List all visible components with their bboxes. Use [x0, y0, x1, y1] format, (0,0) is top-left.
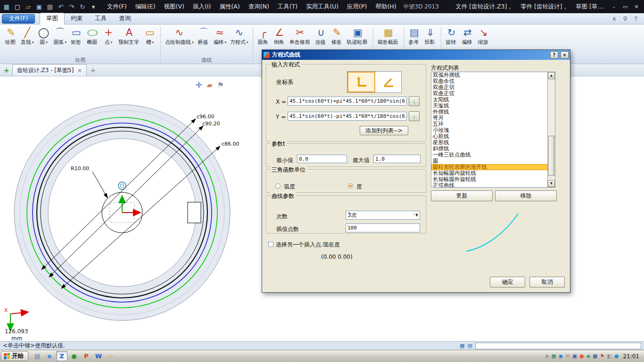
- equation-list-item[interactable]: 双曲余弦: [431, 78, 547, 84]
- add-tab-icon[interactable]: +: [91, 66, 96, 74]
- equation-button[interactable]: ∿ 方程式▾: [228, 26, 250, 46]
- curve-through-points-button[interactable]: ∿ 点绘制曲线▾: [163, 26, 196, 46]
- ellipse-button[interactable]: ◯ 椭圆: [84, 26, 100, 46]
- flag-tool-icon[interactable]: ⚑: [217, 81, 224, 90]
- open-file-icon[interactable]: ▱: [25, 3, 32, 10]
- zw3d-taskbar-icon[interactable]: Z: [56, 351, 67, 361]
- equation-list-item[interactable]: 星形线: [431, 140, 547, 146]
- insert-point-checkbox-label[interactable]: 选择另一个插入点.现在是: [276, 241, 340, 249]
- equation-list-item[interactable]: 天璇线: [431, 103, 547, 109]
- dialog-titlebar[interactable]: 方程式曲线 ? ×: [262, 50, 570, 60]
- add-document-icon[interactable]: +: [4, 66, 9, 74]
- cartesian-coord-button[interactable]: [347, 72, 375, 92]
- fillet-button[interactable]: ╭ 圆角: [256, 26, 272, 46]
- arc-button[interactable]: ⌒ 圆弧▾: [52, 26, 69, 46]
- tray-icon[interactable]: ◧: [607, 353, 611, 359]
- command-input[interactable]: [475, 343, 641, 349]
- redo-icon[interactable]: ↷: [68, 3, 75, 10]
- degree-dropdown[interactable]: 3次 ▼: [346, 211, 420, 220]
- ready-text-button[interactable]: A 预制文字: [116, 26, 142, 46]
- tray-icon[interactable]: ◉: [559, 353, 563, 359]
- file-menu-button[interactable]: 文件(F): [2, 14, 35, 24]
- rotate-button[interactable]: ↻ 旋转: [444, 26, 460, 46]
- search-icon[interactable]: ⚲: [623, 15, 628, 22]
- menu-view[interactable]: 视图(V): [160, 1, 189, 12]
- print-icon[interactable]: ▤: [46, 3, 54, 10]
- list-toggle-icon[interactable]: ▤: [468, 343, 472, 349]
- menu-insert[interactable]: 插入(I): [189, 1, 215, 12]
- tray-icon[interactable]: ●: [614, 353, 619, 359]
- menu-utilities[interactable]: 实用工具(U): [302, 1, 343, 12]
- restore-button[interactable]: ▭: [620, 3, 630, 10]
- dialog-close-button[interactable]: ×: [561, 51, 569, 58]
- new-file-icon[interactable]: ▢: [14, 3, 21, 10]
- equation-list-item[interactable]: 外摆线: [431, 109, 547, 115]
- scroll-down-icon[interactable]: ▼: [548, 180, 555, 187]
- save-icon[interactable]: ▣: [35, 3, 43, 10]
- equation-list-item[interactable]: 小玫瑰: [431, 127, 547, 133]
- close-tab-icon[interactable]: ×: [77, 67, 82, 74]
- x-equation-input[interactable]: [288, 97, 407, 106]
- close-button[interactable]: ✕: [632, 3, 641, 10]
- toolbar-options-icon[interactable]: ▾: [90, 3, 97, 10]
- tray-expand-icon[interactable]: ∧: [545, 353, 549, 359]
- point-button[interactable]: + 点▾: [100, 26, 116, 46]
- radian-radio-label[interactable]: 弧度: [284, 183, 295, 191]
- document-tab[interactable]: 齿轮设计.Z3 - [草图5] ×: [12, 64, 87, 76]
- grid-toggle-icon[interactable]: ▦: [460, 343, 464, 349]
- draw-button[interactable]: ✎ 绘图: [3, 26, 19, 46]
- x-equation-expand-button[interactable]: ↓: [409, 96, 420, 106]
- offset-curve-button[interactable]: ≈ 偏移▾: [212, 26, 229, 46]
- chamfer-button[interactable]: ∠ 倒角: [272, 26, 288, 46]
- menu-edit[interactable]: 编辑(E): [131, 1, 160, 12]
- tray-icon[interactable]: ■: [593, 353, 597, 359]
- tray-icon[interactable]: ▦: [551, 353, 556, 359]
- equation-list[interactable]: 双弧外摆线双曲余弦双曲正切双曲正弦太阳线天璇线外摆线弯月五环小玫瑰心脏线星形线斜…: [431, 72, 555, 188]
- reference-button[interactable]: ▤ 参考: [406, 26, 422, 46]
- equation-list-item[interactable]: 心脏线: [431, 133, 547, 140]
- y-equation-input[interactable]: [288, 112, 407, 121]
- browser-icon[interactable]: e: [44, 351, 55, 361]
- equation-list-item[interactable]: 斜摆线: [431, 146, 547, 152]
- trim-button[interactable]: ✂ 单击修剪: [288, 26, 313, 46]
- equation-list-item[interactable]: 太阳线: [431, 97, 547, 103]
- equation-list-item[interactable]: 五环: [431, 121, 547, 127]
- pdf-app-icon[interactable]: P: [81, 351, 92, 361]
- start-button[interactable]: 开始: [1, 351, 28, 361]
- equation-list-item[interactable]: 一峰三驻点曲线: [431, 152, 547, 158]
- equation-list-item[interactable]: 双曲正弦: [431, 90, 547, 97]
- menu-applications[interactable]: 应用(P): [343, 1, 371, 12]
- minimize-button[interactable]: –: [609, 3, 619, 10]
- scrollbar-thumb[interactable]: [548, 136, 554, 176]
- polar-coord-button[interactable]: [375, 72, 401, 92]
- tab-constraint[interactable]: 约束: [65, 13, 89, 24]
- tab-inquire[interactable]: 查询: [113, 13, 137, 24]
- y-equation-expand-button[interactable]: ↓: [409, 111, 420, 121]
- max-value-input[interactable]: [373, 155, 421, 163]
- dialog-help-button[interactable]: ?: [550, 51, 558, 58]
- offset-button[interactable]: ⇄ 偏移: [460, 26, 476, 46]
- cancel-button[interactable]: 取消: [529, 277, 565, 288]
- tray-icon[interactable]: ✉: [565, 353, 570, 359]
- update-button[interactable]: 更新: [431, 190, 493, 201]
- line-button[interactable]: ╱ 直线▾: [19, 26, 36, 46]
- refresh-icon[interactable]: ↻: [79, 3, 86, 10]
- tray-icon[interactable]: ⚑: [600, 353, 605, 359]
- menu-file[interactable]: 文件(F): [103, 1, 131, 12]
- connect-button[interactable]: ∪ 连接: [313, 26, 329, 46]
- tab-sketch[interactable]: 草图: [40, 13, 65, 25]
- trace-profile-button[interactable]: ▣ 轨迹轮廓: [345, 26, 371, 46]
- add-to-list-button[interactable]: 添加到列表-->: [360, 126, 408, 135]
- scroll-up-icon[interactable]: ▲: [548, 72, 555, 79]
- equation-list-item[interactable]: 圆: [431, 158, 547, 164]
- tray-icon[interactable]: ▣: [572, 353, 577, 359]
- equation-list-item[interactable]: 双弧外摆线: [431, 72, 547, 78]
- tray-icon[interactable]: ◆: [586, 353, 590, 359]
- degree-radio[interactable]: [348, 183, 353, 189]
- eraser-tool-icon[interactable]: ▰: [206, 81, 212, 90]
- select-tool-icon[interactable]: ✛: [196, 81, 202, 90]
- degree-radio-label[interactable]: 度: [356, 183, 362, 191]
- insert-point-checkbox[interactable]: [268, 242, 273, 247]
- remove-button[interactable]: 移除: [495, 190, 557, 201]
- projection-button[interactable]: ⇓ 投影: [422, 26, 438, 46]
